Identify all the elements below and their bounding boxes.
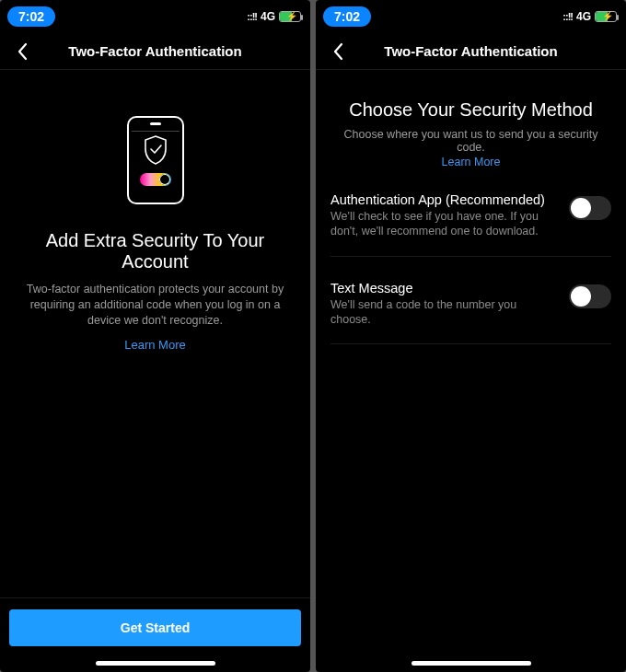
status-right: ::!! 4G ⚡ xyxy=(247,10,301,23)
screen-intro: 7:02 ::!! 4G ⚡ Two-Factor Authentication… xyxy=(0,0,310,672)
footer: Get Started xyxy=(0,597,310,654)
option-subtitle: We'll send a code to the number you choo… xyxy=(330,297,560,328)
page-title: Two-Factor Authentication xyxy=(316,43,626,59)
status-time: 7:02 xyxy=(323,6,371,27)
divider xyxy=(330,343,611,344)
divider xyxy=(330,256,611,257)
illustration xyxy=(15,116,296,204)
learn-more-link[interactable]: Learn More xyxy=(15,338,296,352)
choose-body: Choose where you want us to send you a s… xyxy=(330,128,611,154)
status-right: ::!! 4G ⚡ xyxy=(562,10,617,23)
intro-body: Two-factor authentication protects your … xyxy=(15,282,296,329)
header: Two-Factor Authentication xyxy=(316,33,626,70)
home-indicator[interactable] xyxy=(0,654,310,672)
option-subtitle: We'll check to see if you have one. If y… xyxy=(330,209,560,239)
toggle-icon xyxy=(140,173,171,186)
chevron-left-icon xyxy=(331,42,344,61)
choose-title: Choose Your Security Method xyxy=(330,99,611,121)
battery-icon: ⚡ xyxy=(595,11,617,22)
intro-title: Add Extra Security To Your Account xyxy=(15,230,296,272)
shield-icon xyxy=(142,134,169,166)
header: Two-Factor Authentication xyxy=(0,33,310,70)
content: Add Extra Security To Your Account Two-f… xyxy=(0,70,310,597)
option-title: Authentication App (Recommended) xyxy=(330,192,560,207)
status-bar: 7:02 ::!! 4G ⚡ xyxy=(0,0,310,33)
back-button[interactable] xyxy=(327,41,349,63)
content: Choose Your Security Method Choose where… xyxy=(316,70,626,654)
screen-choose-method: 7:02 ::!! 4G ⚡ Two-Factor Authentication… xyxy=(316,0,626,672)
option-text-message[interactable]: Text Message We'll send a code to the nu… xyxy=(330,281,611,328)
signal-icon: ::!! xyxy=(247,11,257,22)
signal-icon: ::!! xyxy=(562,11,573,22)
option-auth-app[interactable]: Authentication App (Recommended) We'll c… xyxy=(330,192,611,239)
page-title: Two-Factor Authentication xyxy=(0,43,310,59)
battery-icon: ⚡ xyxy=(279,11,301,22)
phone-outline-icon xyxy=(127,116,184,204)
status-time: 7:02 xyxy=(7,6,55,27)
get-started-button[interactable]: Get Started xyxy=(9,609,301,646)
home-indicator[interactable] xyxy=(316,654,626,672)
toggle-auth-app[interactable] xyxy=(569,196,611,220)
network-label: 4G xyxy=(261,10,275,23)
option-title: Text Message xyxy=(330,281,560,295)
learn-more-link[interactable]: Learn More xyxy=(330,156,611,168)
chevron-left-icon xyxy=(16,42,29,61)
back-button[interactable] xyxy=(11,41,33,63)
toggle-text-message[interactable] xyxy=(569,284,611,308)
status-bar: 7:02 ::!! 4G ⚡ xyxy=(316,0,626,33)
network-label: 4G xyxy=(576,10,591,23)
